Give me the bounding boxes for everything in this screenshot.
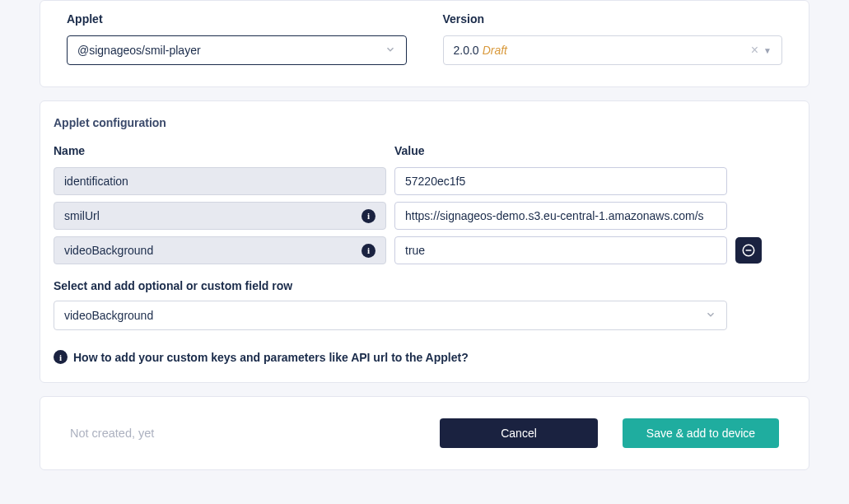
remove-row-button[interactable] [735,237,762,264]
config-name-text: identification [64,175,128,188]
custom-field-label: Select and add optional or custom field … [54,279,795,292]
chevron-down-icon [385,44,396,58]
version-select[interactable]: 2.0.0 Draft × ▼ [443,35,783,65]
config-name-field: identification [54,167,386,195]
name-header: Name [54,144,386,157]
status-text: Not created, yet [70,427,154,440]
config-name-text: smilUrl [64,209,100,222]
save-button[interactable]: Save & add to device [623,418,779,448]
help-link[interactable]: i How to add your custom keys and parame… [54,350,795,364]
custom-field-select[interactable]: videoBackground [54,301,727,330]
chevron-down-icon: ▼ [763,46,772,55]
info-icon[interactable]: i [362,244,376,258]
applet-select-value: @signageos/smil-player [77,44,201,57]
applet-configuration-card: Applet configuration Name Value identifi… [40,100,809,383]
version-label: Version [443,12,783,26]
custom-field-value: videoBackground [64,309,153,322]
config-name-text: videoBackground [64,244,153,257]
applet-version-card: Applet @signageos/smil-player Version 2.… [40,0,809,87]
clear-icon[interactable]: × [746,43,763,58]
help-text: How to add your custom keys and paramete… [73,351,469,364]
info-icon: i [54,350,68,364]
chevron-down-icon [705,309,716,323]
cancel-button[interactable]: Cancel [440,418,598,448]
applet-select[interactable]: @signageos/smil-player [67,35,407,65]
applet-label: Applet [67,12,407,26]
config-name-field: smilUrl i [54,202,386,230]
config-value-input[interactable] [394,236,727,264]
value-header: Value [394,144,727,157]
config-value-input[interactable] [394,167,727,195]
version-value: 2.0.0 [454,44,479,57]
config-value-input[interactable] [394,202,727,230]
config-name-field: videoBackground i [54,236,386,264]
config-section-title: Applet configuration [54,116,795,129]
footer-card: Not created, yet Cancel Save & add to de… [40,396,809,470]
version-status: Draft [483,44,507,57]
info-icon[interactable]: i [362,209,376,223]
